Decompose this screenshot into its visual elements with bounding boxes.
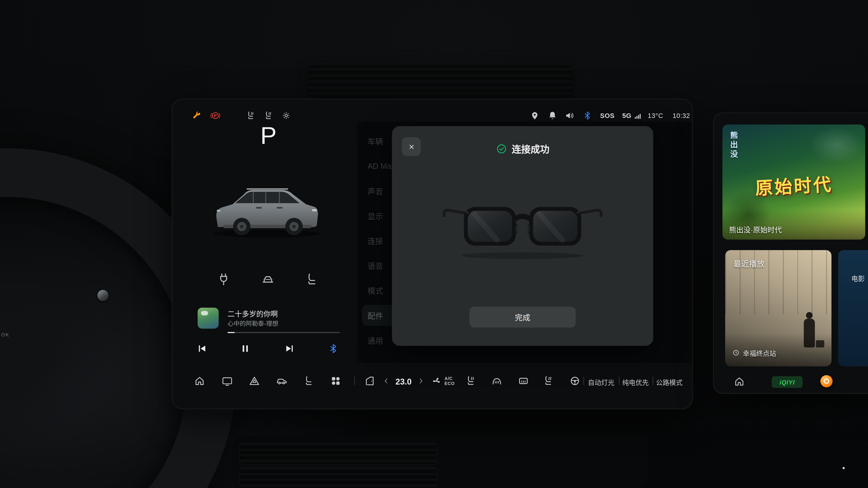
temp-decrease-button[interactable] [382,377,391,385]
seat-settings-button[interactable] [303,375,314,387]
recent-title: 幸福终点站 [743,348,776,357]
dialog-title: 连接成功 [512,142,550,156]
previous-track-button[interactable] [196,343,208,354]
road-mode[interactable]: 公路模式 [656,377,683,387]
bluetooth-audio-button[interactable] [328,343,339,354]
ev-priority-mode[interactable]: 纯电优先 [622,377,649,387]
display-switch-button[interactable] [221,375,233,387]
sos-label: SOS [600,112,615,120]
gear-indicator: P [252,122,285,149]
main-screen: P SOS 5G 13°C 10:32 P [173,100,692,409]
dialog-header: 连接成功 [392,142,653,156]
bluetooth-icon [582,111,592,121]
charge-port-button[interactable] [217,272,231,287]
home-icon [194,375,205,387]
svg-text:P: P [214,113,217,118]
trunk-button[interactable] [260,272,275,287]
media-progress-bar[interactable] [228,332,340,333]
poster-figure [804,319,815,348]
ac-fan-button[interactable] [431,375,442,387]
driver-seat-heat-button[interactable] [465,375,476,387]
album-art[interactable] [197,308,219,329]
maintenance-warning-icon [191,111,202,121]
cabin-temperature: 23.0 [391,377,416,386]
passenger-screen: 熊出没 原始时代 熊出没·原始时代 最近播放 幸福终点站 电影 iQIYI [714,113,868,393]
app-grid-icon [330,375,342,387]
eco-label: ECO [445,381,455,386]
steering-wheel-icon [569,375,581,387]
front-defrost-button[interactable] [491,375,502,387]
featured-poster[interactable]: 熊出没 原始时代 熊出没·原始时代 [722,125,865,239]
page: OK P SOS 5G 13°C 10:32 P [0,0,868,488]
media-title: 二十多岁的你啊 [228,308,278,319]
network-label: 5G [622,112,631,120]
recent-caption: 幸福终点站 [733,348,776,357]
parking-brake-warning-icon: P [211,111,220,121]
dashboard-vent-top [308,62,572,97]
ac-eco-label: A/C ECO [445,376,455,386]
door-lock-button[interactable] [364,375,375,387]
car-icon [276,375,287,387]
more-card-label: 电影 [851,273,865,283]
steering-column-knob[interactable] [97,290,108,301]
media-app-button[interactable] [820,375,833,387]
apps-button[interactable] [330,375,342,387]
volume-icon [565,111,575,121]
charge-port-icon [217,272,231,287]
bluetooth-audio-icon [328,343,339,354]
seat-control-button[interactable] [305,272,319,287]
recent-played-label: 最近播放 [734,258,765,269]
rear-defrost-button[interactable] [518,375,529,387]
passenger-seat-heat-button[interactable] [542,375,554,387]
temp-increase-button[interactable] [417,377,425,385]
outside-temperature: 13°C [648,112,663,120]
display-icon [221,375,233,387]
hazard-lights-button[interactable] [249,375,260,387]
ac-label: A/C [445,376,455,381]
media-progress-fill [228,332,235,333]
seat-ventilation-status-icon [281,111,291,121]
divider [583,377,584,385]
chevron-right-icon [417,377,425,385]
seat-icon [305,272,319,287]
dashboard-vent-bottom-1 [239,443,437,465]
more-card[interactable]: 电影 [838,250,868,366]
clock-icon [733,349,740,356]
done-button[interactable]: 完成 [469,306,576,328]
pause-button[interactable] [240,343,251,354]
steering-heat-button[interactable] [569,375,581,387]
smart-glasses-image [439,194,606,261]
home-icon [734,376,745,387]
seat-heat-icon [542,375,554,387]
vehicle-image [202,173,332,243]
previous-icon [196,343,208,354]
home-button[interactable] [194,375,205,387]
steering-ok-button[interactable]: OK [1,332,9,337]
poster-art-title: 原始时代 [722,168,865,201]
driver-seat-heat-status-icon [246,111,256,121]
success-check-icon [496,143,507,154]
next-icon [284,343,295,354]
seat-heat-icon [465,375,476,387]
vehicle-controls-button[interactable] [276,375,287,387]
clock: 10:32 [673,112,690,120]
media-artist: 心中的阿勒泰-理想 [228,319,278,328]
home-button[interactable] [734,376,745,387]
fan-icon [431,375,442,387]
iqiyi-app-button[interactable]: iQIYI [772,376,803,388]
status-led [842,467,845,469]
hazard-triangle-icon [249,375,260,387]
trunk-icon [260,272,275,287]
auto-light-mode[interactable]: 自动灯光 [588,377,615,387]
passenger-seat-heat-status-icon [264,111,274,121]
poster-franchise-logo: 熊出没 [728,131,739,159]
seat-icon [303,375,314,387]
divider [619,377,619,385]
dashboard-vent-bottom-2 [239,467,437,487]
location-icon [530,111,540,121]
divider [653,377,653,385]
recent-poster[interactable]: 最近播放 幸福终点站 [725,250,831,366]
next-track-button[interactable] [284,343,295,354]
divider [354,377,355,385]
notification-bell-icon [548,111,557,121]
